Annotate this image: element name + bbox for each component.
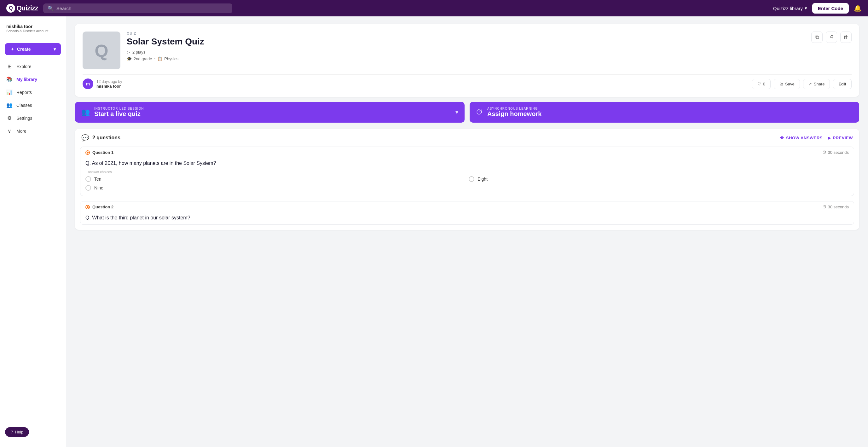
sidebar-nav: ⊞ Explore 📚 My library 📊 Reports 👥 Class…: [0, 60, 66, 137]
sidebar-item-more[interactable]: ∨ More: [0, 125, 66, 137]
help-button[interactable]: ? Help: [5, 427, 29, 437]
search-bar[interactable]: 🔍: [43, 3, 232, 13]
topnav: Q Quizizz 🔍 Quizizz library ▾ Enter Code…: [0, 0, 868, 17]
like-button[interactable]: ♡ 0: [752, 79, 771, 89]
sidebar-label-more: More: [17, 129, 27, 133]
quiz-actions-top: ⧉ 🖨 🗑: [811, 32, 851, 43]
choice-nine: Nine: [85, 185, 466, 191]
save-button[interactable]: 🗂 Save: [774, 79, 800, 89]
choice-eight-label: Eight: [477, 177, 488, 182]
eye-icon: 👁: [780, 136, 784, 140]
play-icon: ▷: [127, 50, 130, 55]
save-icon: 🗂: [779, 82, 783, 86]
create-dropdown-icon: ▾: [54, 47, 56, 52]
copy-button[interactable]: ⧉: [811, 32, 823, 43]
sidebar-item-classes[interactable]: 👥 Classes: [0, 99, 66, 111]
sidebar-item-settings[interactable]: ⚙ Settings: [0, 112, 66, 124]
create-button[interactable]: ＋ Create ▾: [5, 43, 61, 55]
question-card-2: Question 2 ⏱ 30 seconds Q. What is the t…: [80, 201, 854, 225]
quiz-title: Solar System Quiz: [127, 36, 805, 47]
share-icon: ↗: [808, 82, 812, 86]
classes-icon: 👥: [6, 102, 12, 108]
sidebar-label-my-library: My library: [17, 77, 37, 82]
likes-count: 0: [763, 82, 765, 86]
homework-label: ASYNCHRONOUS LEARNING: [487, 107, 853, 110]
question-1-number: Question 1: [85, 150, 114, 155]
create-label: Create: [17, 47, 31, 52]
search-input[interactable]: [56, 6, 228, 11]
question-2-header: Question 2 ⏱ 30 seconds: [81, 202, 854, 212]
sidebar-item-my-library[interactable]: 📚 My library: [0, 73, 66, 85]
questions-count: 💬 2 questions: [81, 134, 120, 142]
question-2-time: ⏱ 30 seconds: [822, 205, 849, 209]
quiz-card: Q QUIZ Solar System Quiz ▷ 2 plays 🎓 2nd…: [75, 24, 859, 97]
user-name: mishika toor: [6, 24, 60, 29]
answer-choices-label-1: answer choices: [81, 170, 854, 176]
live-quiz-button[interactable]: 👥 INSTRUCTOR-LED SESSION Start a live qu…: [75, 102, 465, 123]
subject-icon: 📋: [157, 56, 162, 61]
live-quiz-icon: 👥: [81, 108, 90, 116]
settings-icon: ⚙: [6, 115, 12, 121]
quiz-badge: QUIZ: [127, 32, 805, 35]
choice-eight: Eight: [469, 176, 849, 182]
choices-grid-1: Ten Eight Nine: [81, 176, 854, 196]
sidebar-item-explore[interactable]: ⊞ Explore: [0, 60, 66, 72]
question-2-number: Question 2: [85, 205, 114, 209]
clock-icon-1: ⏱: [822, 150, 827, 155]
quiz-info: QUIZ Solar System Quiz ▷ 2 plays 🎓 2nd g…: [127, 32, 805, 61]
show-answers-label: SHOW ANSWERS: [786, 136, 823, 140]
question-1-time: ⏱ 30 seconds: [822, 150, 849, 155]
question-1-header: Question 1 ⏱ 30 seconds: [81, 147, 854, 158]
main-content: Q QUIZ Solar System Quiz ▷ 2 plays 🎓 2nd…: [66, 17, 868, 447]
sidebar-item-reports[interactable]: 📊 Reports: [0, 86, 66, 98]
dot-separator: •: [154, 56, 156, 61]
quiz-author: m 12 days ago by mishika toor: [83, 79, 122, 89]
questions-icon: 💬: [81, 134, 89, 142]
heart-icon: ♡: [757, 82, 761, 86]
notification-icon[interactable]: 🔔: [854, 4, 862, 12]
logo: Q Quizizz: [6, 4, 38, 12]
quiz-footer: m 12 days ago by mishika toor ♡ 0 🗂 Save: [83, 74, 851, 89]
save-label: Save: [785, 82, 795, 86]
more-chevron-icon: ∨: [6, 128, 12, 134]
live-quiz-dropdown-icon: ▾: [456, 109, 458, 116]
plus-icon: ＋: [10, 46, 14, 52]
sidebar-label-explore: Explore: [17, 64, 31, 69]
library-label: Quizizz library: [773, 6, 803, 11]
delete-button[interactable]: 🗑: [840, 32, 851, 43]
author-days-ago: 12 days ago by: [96, 80, 122, 84]
play-preview-icon: ▶: [828, 136, 831, 140]
plays-count: 2 plays: [132, 50, 145, 55]
question-1-dot: [85, 150, 90, 155]
question-1-text: Q. As of 2021, how many planets are in t…: [81, 158, 854, 170]
share-button[interactable]: ↗ Share: [803, 79, 830, 89]
choice-nine-radio: [85, 185, 91, 191]
quiz-header: Q QUIZ Solar System Quiz ▷ 2 plays 🎓 2nd…: [83, 32, 851, 69]
search-icon: 🔍: [48, 5, 54, 11]
choice-eight-radio: [469, 176, 474, 182]
show-answers-button[interactable]: 👁 SHOW ANSWERS: [780, 136, 823, 140]
homework-icon: ⏱: [476, 108, 483, 116]
quiz-grade-meta: 🎓 2nd grade • 📋 Physics: [127, 56, 805, 61]
print-button[interactable]: 🖨: [826, 32, 837, 43]
session-buttons: 👥 INSTRUCTOR-LED SESSION Start a live qu…: [75, 102, 859, 123]
quiz-thumbnail: Q: [83, 32, 120, 69]
enter-code-button[interactable]: Enter Code: [812, 3, 849, 13]
choice-ten-radio: [85, 176, 91, 182]
sidebar-label-reports: Reports: [17, 90, 32, 95]
author-avatar: m: [83, 79, 93, 89]
help-label: Help: [15, 430, 23, 435]
choice-ten-label: Ten: [94, 177, 101, 182]
author-name: mishika toor: [96, 84, 122, 89]
quiz-buttons: ♡ 0 🗂 Save ↗ Share Edit: [752, 79, 851, 89]
library-selector[interactable]: Quizizz library ▾: [773, 5, 807, 11]
question-2-time-value: 30 seconds: [828, 205, 849, 209]
share-label: Share: [814, 82, 825, 86]
live-quiz-label: INSTRUCTOR-LED SESSION: [94, 107, 451, 110]
preview-button[interactable]: ▶ PREVIEW: [828, 136, 853, 140]
questions-section: 💬 2 questions 👁 SHOW ANSWERS ▶ PREVIEW: [75, 129, 859, 230]
assign-homework-button[interactable]: ⏱ ASYNCHRONOUS LEARNING Assign homework: [470, 102, 859, 123]
homework-title: Assign homework: [487, 110, 853, 118]
edit-button[interactable]: Edit: [833, 79, 851, 89]
logo-text: Quizizz: [17, 4, 38, 12]
